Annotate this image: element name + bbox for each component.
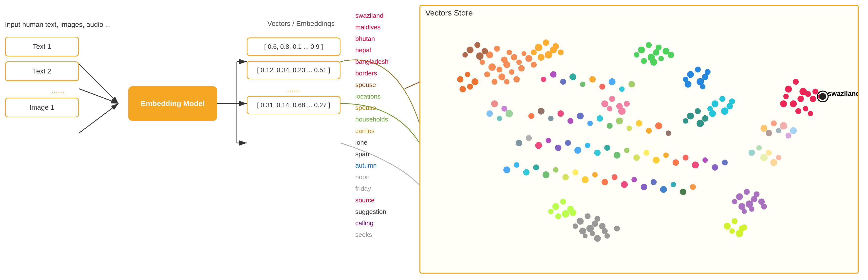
- svg-point-220: [741, 224, 747, 230]
- svg-point-169: [660, 186, 667, 193]
- input-box-text1: Text 1: [5, 37, 79, 57]
- svg-point-131: [516, 140, 522, 146]
- svg-point-183: [785, 133, 792, 139]
- svg-point-109: [569, 73, 576, 80]
- svg-point-172: [690, 184, 696, 190]
- svg-point-22: [479, 60, 485, 65]
- svg-point-140: [604, 145, 610, 151]
- svg-point-139: [594, 150, 600, 156]
- word-list-item: carries: [355, 125, 389, 137]
- svg-point-165: [621, 181, 628, 188]
- svg-point-198: [538, 54, 545, 61]
- svg-point-103: [721, 107, 728, 115]
- svg-point-148: [683, 155, 689, 161]
- svg-point-60: [685, 81, 691, 88]
- word-list-item: swaziland: [355, 10, 389, 22]
- svg-point-215: [724, 222, 731, 230]
- svg-point-149: [692, 162, 699, 168]
- svg-point-196: [553, 43, 559, 49]
- svg-point-76: [573, 223, 578, 229]
- svg-point-170: [671, 182, 676, 187]
- word-list-item: calling: [355, 217, 389, 229]
- input-section: Input human text, images, audio ... Text…: [5, 20, 111, 122]
- svg-point-105: [709, 110, 716, 117]
- svg-point-74: [585, 213, 591, 219]
- svg-point-37: [810, 96, 816, 102]
- svg-point-20: [509, 69, 515, 75]
- svg-point-28: [504, 79, 509, 84]
- vectors-section: Vectors / Embeddings [ 0.6, 0.8, 0.1 ...…: [247, 20, 340, 119]
- svg-point-128: [646, 128, 652, 134]
- svg-point-115: [628, 81, 635, 88]
- svg-point-119: [557, 110, 564, 117]
- svg-point-85: [604, 233, 610, 239]
- svg-point-153: [503, 166, 510, 173]
- svg-point-186: [756, 145, 762, 150]
- svg-point-34: [805, 91, 811, 97]
- svg-point-155: [523, 169, 529, 175]
- svg-point-174: [501, 106, 507, 112]
- word-list-item: autumn: [355, 160, 389, 171]
- svg-point-201: [471, 78, 478, 85]
- vector-box-1: [ 0.6, 0.8, 0.1 ... 0.9 ]: [247, 37, 340, 56]
- word-list-item: borders: [355, 68, 389, 79]
- svg-point-92: [555, 213, 561, 219]
- svg-point-30: [793, 79, 799, 85]
- svg-point-203: [459, 86, 466, 93]
- svg-point-184: [790, 127, 797, 134]
- svg-point-93: [569, 209, 576, 216]
- svg-point-117: [538, 108, 545, 115]
- svg-point-14: [496, 67, 502, 72]
- svg-point-54: [687, 71, 694, 78]
- svg-point-143: [633, 154, 640, 161]
- vectors-title: Vectors / Embeddings: [261, 20, 340, 28]
- svg-point-150: [703, 157, 708, 163]
- svg-point-25: [525, 55, 532, 62]
- svg-point-160: [572, 169, 578, 175]
- svg-point-142: [624, 148, 629, 153]
- svg-point-69: [749, 206, 754, 212]
- svg-point-118: [548, 116, 554, 121]
- svg-point-110: [580, 81, 586, 87]
- svg-point-67: [754, 191, 760, 197]
- svg-point-219: [736, 230, 743, 237]
- svg-point-195: [545, 51, 552, 59]
- svg-point-68: [739, 203, 745, 210]
- input-dots: ......: [5, 86, 111, 95]
- svg-point-26: [531, 62, 537, 68]
- word-list-item: friday: [355, 183, 389, 195]
- svg-point-173: [491, 100, 498, 107]
- svg-point-157: [542, 171, 550, 178]
- svg-point-164: [612, 174, 618, 180]
- svg-point-197: [558, 49, 563, 56]
- svg-point-99: [712, 100, 718, 107]
- svg-point-43: [638, 46, 645, 54]
- svg-point-207: [683, 118, 688, 124]
- svg-point-48: [656, 45, 662, 50]
- svg-point-194: [531, 49, 537, 56]
- svg-point-179: [771, 120, 777, 127]
- svg-point-52: [641, 58, 647, 64]
- svg-point-91: [562, 210, 569, 218]
- svg-point-159: [562, 174, 569, 180]
- svg-point-13: [489, 63, 496, 71]
- svg-point-161: [582, 176, 589, 183]
- svg-point-95: [474, 42, 480, 48]
- svg-point-126: [626, 126, 632, 131]
- svg-point-162: [592, 172, 597, 177]
- svg-point-178: [761, 125, 767, 132]
- svg-point-200: [465, 72, 470, 77]
- svg-point-133: [535, 142, 542, 149]
- svg-point-65: [732, 199, 737, 204]
- svg-point-199: [457, 76, 463, 82]
- svg-point-123: [597, 115, 603, 122]
- svg-point-23: [492, 79, 497, 85]
- svg-point-202: [467, 84, 473, 90]
- svg-point-33: [798, 96, 804, 102]
- svg-point-181: [776, 128, 781, 133]
- svg-point-222: [819, 93, 826, 100]
- svg-point-212: [607, 106, 612, 111]
- svg-point-104: [729, 98, 735, 104]
- svg-point-41: [795, 108, 801, 114]
- vector-box-2: [ 0.12, 0.34, 0.23 ... 0.51 ]: [247, 61, 340, 79]
